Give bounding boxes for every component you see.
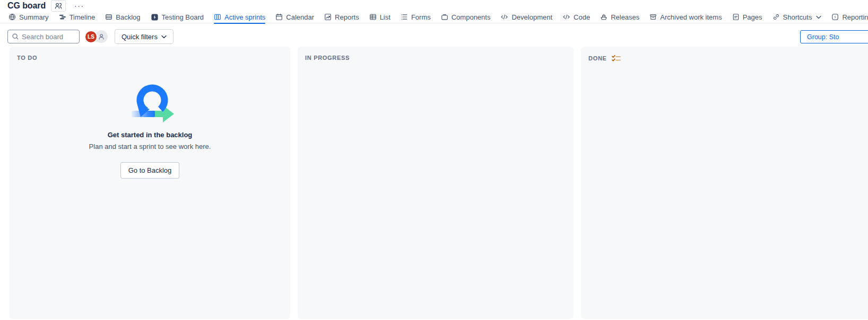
forms-icon (401, 13, 408, 21)
share-people-button[interactable] (51, 0, 66, 12)
tab-label: Calendar (286, 13, 314, 21)
avatar-group: LS (84, 30, 108, 43)
tab-label: Code (574, 13, 590, 21)
tab-label: Testing Board (162, 13, 204, 21)
more-menu-button[interactable]: ··· (71, 1, 88, 11)
column-title: IN PROGRESS (305, 55, 350, 61)
code-icon (500, 13, 508, 21)
tab-label: Components (452, 13, 491, 21)
tab-timeline[interactable]: Timeline (59, 11, 96, 23)
link-icon (772, 13, 780, 21)
lightning-box-icon (831, 13, 839, 21)
tab-label: Forms (411, 13, 431, 21)
sprint-board: TO DO (10, 47, 868, 319)
column-header: DONE (588, 55, 868, 62)
tab-label: Pages (743, 13, 762, 21)
group-by-label: Group: Sto (807, 33, 839, 41)
group-by-button[interactable]: Group: Sto (800, 30, 868, 43)
bolt-app-icon (151, 13, 159, 21)
archive-icon (649, 13, 657, 21)
search-board-field[interactable] (7, 30, 80, 43)
tab-list[interactable]: List (369, 11, 390, 23)
column-header: TO DO (17, 55, 283, 61)
column-in-progress[interactable]: IN PROGRESS (298, 47, 574, 319)
tab-label: Timeline (70, 13, 96, 21)
tab-forms[interactable]: Forms (401, 11, 431, 23)
tab-label: Releases (611, 13, 639, 21)
tab-pages[interactable]: Pages (732, 11, 762, 23)
tab-reports[interactable]: Reports (324, 11, 359, 23)
column-done[interactable]: DONE (581, 47, 868, 319)
tab-testing-board[interactable]: Testing Board (151, 11, 204, 23)
backlog-empty-state: Get started in the backlog Plan and star… (17, 81, 283, 179)
tab-label: List (380, 13, 390, 21)
person-icon (98, 33, 105, 40)
sprint-loop-illustration (125, 81, 176, 125)
board-toolbar: LS Quick filters (7, 29, 173, 44)
tab-label: Archived work items (660, 13, 722, 21)
search-input[interactable] (22, 33, 75, 41)
page-icon (732, 13, 740, 21)
chevron-down-icon (816, 15, 821, 19)
timeline-icon (59, 13, 66, 21)
empty-state-description: Plan and start a sprint to see work here… (89, 143, 211, 150)
calendar-icon (275, 13, 283, 21)
table-icon (369, 13, 377, 21)
chart-icon (324, 13, 332, 21)
board-icon (214, 13, 221, 21)
tab-active-sprints[interactable]: Active sprints (214, 11, 265, 23)
globe-icon (8, 13, 16, 21)
chevron-down-icon (161, 35, 167, 39)
board-header: CG board ··· (7, 0, 88, 12)
board-tabbar: Summary Timeline Backlog Testing Board (0, 11, 868, 23)
tab-reporting-center[interactable]: Reporting Center (831, 11, 868, 23)
active-sprints-page: { "header": { "title": "CG board", "more… (0, 0, 868, 320)
tab-label: Reporting Center (842, 13, 868, 21)
components-icon (441, 13, 448, 21)
tab-development[interactable]: Development (500, 11, 552, 23)
go-to-backlog-button[interactable]: Go to Backlog (120, 162, 180, 179)
column-title: TO DO (17, 55, 37, 61)
tab-releases[interactable]: Releases (600, 11, 639, 23)
empty-state-title: Get started in the backlog (108, 131, 193, 139)
search-icon (12, 33, 19, 40)
tab-summary[interactable]: Summary (8, 11, 49, 23)
tab-label: Backlog (116, 13, 140, 21)
column-title: DONE (588, 55, 607, 61)
tab-label: Shortcuts (783, 13, 812, 21)
tab-label: Reports (335, 13, 359, 21)
checklist-icon (612, 55, 621, 62)
tab-label: Summary (19, 13, 49, 21)
tab-archived-work-items[interactable]: Archived work items (649, 11, 722, 23)
column-header: IN PROGRESS (305, 55, 566, 61)
tab-code[interactable]: Code (562, 11, 590, 23)
tab-label: Development (511, 13, 552, 21)
quick-filters-button[interactable]: Quick filters (115, 29, 173, 44)
code-icon (562, 13, 570, 21)
avatar[interactable]: LS (84, 30, 98, 43)
tab-components[interactable]: Components (441, 11, 491, 23)
people-icon (54, 2, 63, 10)
page-title: CG board (7, 1, 46, 11)
backlog-icon (105, 13, 112, 21)
tab-calendar[interactable]: Calendar (275, 11, 314, 23)
ship-icon (600, 13, 607, 21)
tab-shortcuts[interactable]: Shortcuts (772, 11, 822, 23)
quick-filters-label: Quick filters (121, 33, 158, 41)
tab-label: Active sprints (224, 13, 265, 21)
tab-backlog[interactable]: Backlog (105, 11, 140, 23)
column-todo[interactable]: TO DO (10, 47, 290, 319)
